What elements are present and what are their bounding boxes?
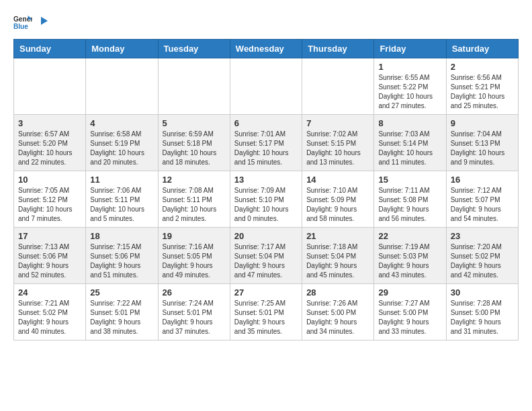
calendar-cell: 24Sunrise: 7:21 AM Sunset: 5:02 PM Dayli… bbox=[14, 284, 86, 340]
day-number: 16 bbox=[451, 175, 514, 185]
calendar-header-thursday: Thursday bbox=[302, 40, 374, 58]
svg-marker-3 bbox=[41, 17, 48, 25]
calendar-header-monday: Monday bbox=[86, 40, 158, 58]
calendar-table: SundayMondayTuesdayWednesdayThursdayFrid… bbox=[13, 39, 519, 340]
calendar-cell: 19Sunrise: 7:16 AM Sunset: 5:05 PM Dayli… bbox=[158, 228, 230, 284]
calendar-cell: 30Sunrise: 7:28 AM Sunset: 5:00 PM Dayli… bbox=[446, 284, 518, 340]
day-info: Sunrise: 7:20 AM Sunset: 5:02 PM Dayligh… bbox=[451, 242, 514, 280]
day-info: Sunrise: 7:22 AM Sunset: 5:01 PM Dayligh… bbox=[90, 299, 153, 336]
logo-icon: General Blue bbox=[13, 13, 32, 32]
day-number: 5 bbox=[163, 118, 226, 128]
day-info: Sunrise: 7:18 AM Sunset: 5:04 PM Dayligh… bbox=[306, 242, 369, 280]
day-info: Sunrise: 7:21 AM Sunset: 5:02 PM Dayligh… bbox=[18, 299, 81, 336]
day-info: Sunrise: 6:56 AM Sunset: 5:21 PM Dayligh… bbox=[451, 73, 514, 111]
calendar-cell: 17Sunrise: 7:13 AM Sunset: 5:06 PM Dayli… bbox=[14, 228, 86, 284]
calendar-week-row: 17Sunrise: 7:13 AM Sunset: 5:06 PM Dayli… bbox=[14, 228, 519, 284]
day-info: Sunrise: 7:25 AM Sunset: 5:01 PM Dayligh… bbox=[234, 299, 298, 336]
day-number: 11 bbox=[90, 175, 153, 185]
day-info: Sunrise: 6:59 AM Sunset: 5:18 PM Dayligh… bbox=[163, 130, 226, 167]
logo: General Blue bbox=[13, 13, 48, 32]
day-number: 13 bbox=[234, 175, 298, 185]
day-info: Sunrise: 7:08 AM Sunset: 5:11 PM Dayligh… bbox=[163, 186, 226, 224]
day-number: 22 bbox=[378, 231, 441, 241]
calendar-cell: 13Sunrise: 7:09 AM Sunset: 5:10 PM Dayli… bbox=[230, 171, 302, 228]
calendar-cell: 21Sunrise: 7:18 AM Sunset: 5:04 PM Dayli… bbox=[302, 228, 374, 284]
calendar-cell bbox=[14, 58, 86, 115]
calendar-cell: 28Sunrise: 7:26 AM Sunset: 5:00 PM Dayli… bbox=[302, 284, 374, 340]
calendar-cell: 29Sunrise: 7:27 AM Sunset: 5:00 PM Dayli… bbox=[374, 284, 446, 340]
calendar-cell: 12Sunrise: 7:08 AM Sunset: 5:11 PM Dayli… bbox=[158, 171, 230, 228]
day-number: 27 bbox=[234, 287, 298, 298]
calendar-cell: 9Sunrise: 7:04 AM Sunset: 5:13 PM Daylig… bbox=[446, 115, 518, 171]
calendar-cell: 3Sunrise: 6:57 AM Sunset: 5:20 PM Daylig… bbox=[14, 115, 86, 171]
day-info: Sunrise: 7:16 AM Sunset: 5:05 PM Dayligh… bbox=[163, 242, 226, 280]
day-number: 18 bbox=[90, 231, 153, 241]
day-number: 23 bbox=[451, 231, 514, 241]
day-number: 10 bbox=[18, 175, 81, 185]
calendar-cell: 1Sunrise: 6:55 AM Sunset: 5:22 PM Daylig… bbox=[374, 58, 446, 115]
day-number: 1 bbox=[378, 62, 441, 72]
calendar-cell: 15Sunrise: 7:11 AM Sunset: 5:08 PM Dayli… bbox=[374, 171, 446, 228]
day-info: Sunrise: 6:55 AM Sunset: 5:22 PM Dayligh… bbox=[378, 73, 441, 111]
calendar-cell: 2Sunrise: 6:56 AM Sunset: 5:21 PM Daylig… bbox=[446, 58, 518, 115]
day-info: Sunrise: 7:05 AM Sunset: 5:12 PM Dayligh… bbox=[18, 186, 81, 224]
day-info: Sunrise: 7:17 AM Sunset: 5:04 PM Dayligh… bbox=[234, 242, 298, 280]
day-number: 19 bbox=[163, 231, 226, 241]
calendar-cell bbox=[158, 58, 230, 115]
day-info: Sunrise: 7:01 AM Sunset: 5:17 PM Dayligh… bbox=[234, 130, 298, 167]
day-number: 24 bbox=[18, 287, 81, 298]
day-number: 30 bbox=[451, 287, 514, 298]
calendar-cell bbox=[86, 58, 158, 115]
calendar-cell: 11Sunrise: 7:06 AM Sunset: 5:11 PM Dayli… bbox=[86, 171, 158, 228]
day-number: 25 bbox=[90, 287, 153, 298]
day-number: 3 bbox=[18, 118, 81, 128]
calendar-cell bbox=[230, 58, 302, 115]
day-number: 7 bbox=[306, 118, 369, 128]
calendar-week-row: 3Sunrise: 6:57 AM Sunset: 5:20 PM Daylig… bbox=[14, 115, 519, 171]
calendar-cell: 6Sunrise: 7:01 AM Sunset: 5:17 PM Daylig… bbox=[230, 115, 302, 171]
calendar-cell: 25Sunrise: 7:22 AM Sunset: 5:01 PM Dayli… bbox=[86, 284, 158, 340]
day-info: Sunrise: 6:57 AM Sunset: 5:20 PM Dayligh… bbox=[18, 130, 81, 167]
day-info: Sunrise: 7:02 AM Sunset: 5:15 PM Dayligh… bbox=[306, 130, 369, 167]
day-number: 12 bbox=[163, 175, 226, 185]
calendar-cell: 27Sunrise: 7:25 AM Sunset: 5:01 PM Dayli… bbox=[230, 284, 302, 340]
calendar-header-row: SundayMondayTuesdayWednesdayThursdayFrid… bbox=[14, 40, 519, 58]
calendar-cell: 5Sunrise: 6:59 AM Sunset: 5:18 PM Daylig… bbox=[158, 115, 230, 171]
day-number: 2 bbox=[451, 62, 514, 72]
calendar-week-row: 1Sunrise: 6:55 AM Sunset: 5:22 PM Daylig… bbox=[14, 58, 519, 115]
day-info: Sunrise: 7:09 AM Sunset: 5:10 PM Dayligh… bbox=[234, 186, 298, 224]
day-number: 21 bbox=[306, 231, 369, 241]
calendar-cell: 8Sunrise: 7:03 AM Sunset: 5:14 PM Daylig… bbox=[374, 115, 446, 171]
calendar-cell: 16Sunrise: 7:12 AM Sunset: 5:07 PM Dayli… bbox=[446, 171, 518, 228]
calendar-cell: 7Sunrise: 7:02 AM Sunset: 5:15 PM Daylig… bbox=[302, 115, 374, 171]
calendar-week-row: 10Sunrise: 7:05 AM Sunset: 5:12 PM Dayli… bbox=[14, 171, 519, 228]
svg-text:Blue: Blue bbox=[13, 23, 28, 30]
day-info: Sunrise: 6:58 AM Sunset: 5:19 PM Dayligh… bbox=[90, 130, 153, 167]
calendar-cell: 23Sunrise: 7:20 AM Sunset: 5:02 PM Dayli… bbox=[446, 228, 518, 284]
day-info: Sunrise: 7:26 AM Sunset: 5:00 PM Dayligh… bbox=[306, 299, 369, 336]
day-info: Sunrise: 7:11 AM Sunset: 5:08 PM Dayligh… bbox=[378, 186, 441, 224]
day-info: Sunrise: 7:12 AM Sunset: 5:07 PM Dayligh… bbox=[451, 186, 514, 224]
header: General Blue bbox=[13, 13, 519, 32]
day-number: 29 bbox=[378, 287, 441, 298]
calendar-header-friday: Friday bbox=[374, 40, 446, 58]
calendar-cell: 10Sunrise: 7:05 AM Sunset: 5:12 PM Dayli… bbox=[14, 171, 86, 228]
day-info: Sunrise: 7:03 AM Sunset: 5:14 PM Dayligh… bbox=[378, 130, 441, 167]
calendar-cell: 22Sunrise: 7:19 AM Sunset: 5:03 PM Dayli… bbox=[374, 228, 446, 284]
day-number: 8 bbox=[378, 118, 441, 128]
calendar-cell: 4Sunrise: 6:58 AM Sunset: 5:19 PM Daylig… bbox=[86, 115, 158, 171]
day-info: Sunrise: 7:10 AM Sunset: 5:09 PM Dayligh… bbox=[306, 186, 369, 224]
day-number: 6 bbox=[234, 118, 298, 128]
day-info: Sunrise: 7:15 AM Sunset: 5:06 PM Dayligh… bbox=[90, 242, 153, 280]
calendar-cell bbox=[302, 58, 374, 115]
day-number: 4 bbox=[90, 118, 153, 128]
day-number: 15 bbox=[378, 175, 441, 185]
day-info: Sunrise: 7:06 AM Sunset: 5:11 PM Dayligh… bbox=[90, 186, 153, 224]
day-number: 28 bbox=[306, 287, 369, 298]
calendar-cell: 14Sunrise: 7:10 AM Sunset: 5:09 PM Dayli… bbox=[302, 171, 374, 228]
day-number: 14 bbox=[306, 175, 369, 185]
calendar-cell: 20Sunrise: 7:17 AM Sunset: 5:04 PM Dayli… bbox=[230, 228, 302, 284]
day-info: Sunrise: 7:27 AM Sunset: 5:00 PM Dayligh… bbox=[378, 299, 441, 336]
calendar-header-tuesday: Tuesday bbox=[158, 40, 230, 58]
day-info: Sunrise: 7:28 AM Sunset: 5:00 PM Dayligh… bbox=[451, 299, 514, 336]
